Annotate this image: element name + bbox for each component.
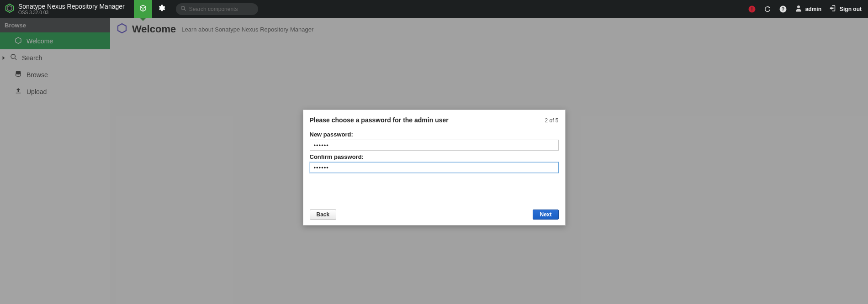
svg-point-7 xyxy=(797,5,800,8)
tab-admin[interactable] xyxy=(152,0,170,18)
user-name: admin xyxy=(805,6,821,12)
svg-rect-3 xyxy=(752,7,752,10)
signout-button[interactable]: Sign out xyxy=(829,4,862,14)
gear-icon xyxy=(157,4,165,14)
user-menu[interactable]: admin xyxy=(794,4,821,14)
refresh-icon[interactable] xyxy=(763,5,772,13)
search-icon xyxy=(180,5,189,13)
back-button[interactable]: Back xyxy=(310,210,337,220)
tab-browse[interactable] xyxy=(134,0,152,18)
search-wrap[interactable] xyxy=(176,3,258,15)
svg-rect-4 xyxy=(752,10,752,11)
svg-marker-0 xyxy=(6,4,14,12)
app-title: Sonatype Nexus Repository Manager xyxy=(18,3,125,10)
app-header: Sonatype Nexus Repository Manager OSS 3.… xyxy=(0,0,868,18)
signout-label: Sign out xyxy=(840,6,862,12)
cube-icon xyxy=(139,4,147,14)
confirm-password-label: Confirm password: xyxy=(310,153,559,160)
svg-marker-1 xyxy=(7,5,12,10)
alert-icon[interactable] xyxy=(748,5,756,13)
help-icon[interactable]: ? xyxy=(779,5,787,13)
new-password-input[interactable] xyxy=(310,140,559,151)
modal-step: 2 of 5 xyxy=(545,117,558,124)
logo-block: Sonatype Nexus Repository Manager OSS 3.… xyxy=(0,3,129,15)
confirm-password-input[interactable] xyxy=(310,162,559,173)
signout-icon xyxy=(829,4,837,14)
setup-password-modal: Please choose a password for the admin u… xyxy=(303,110,566,225)
svg-text:?: ? xyxy=(781,6,784,12)
new-password-label: New password: xyxy=(310,131,559,138)
modal-overlay: Please choose a password for the admin u… xyxy=(0,18,868,304)
nexus-logo-icon xyxy=(5,3,15,15)
header-right: ? admin Sign out xyxy=(748,4,868,14)
header-tabs xyxy=(134,0,170,18)
search-input[interactable] xyxy=(189,6,254,12)
next-button[interactable]: Next xyxy=(533,210,558,220)
user-icon xyxy=(794,4,803,14)
modal-title: Please choose a password for the admin u… xyxy=(310,116,449,124)
app-version: OSS 3.32.0-03 xyxy=(18,10,125,15)
